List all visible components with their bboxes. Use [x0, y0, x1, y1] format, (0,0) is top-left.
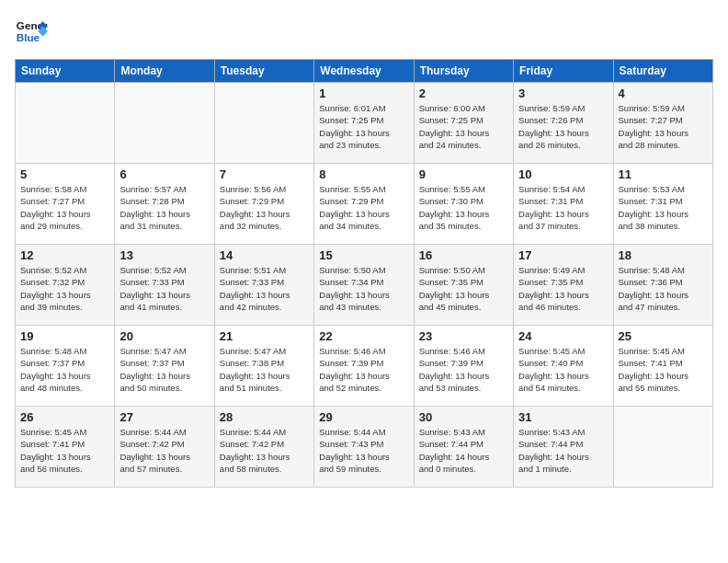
day-number: 13	[119, 248, 209, 262]
day-number: 2	[419, 86, 508, 100]
day-number: 18	[619, 248, 708, 262]
day-number: 4	[619, 86, 708, 100]
weekday-header-thursday: Thursday	[414, 60, 513, 83]
day-cell: 31Sunrise: 5:43 AMSunset: 7:44 PMDayligh…	[514, 407, 613, 488]
day-number: 14	[220, 248, 309, 262]
day-info: Sunrise: 5:49 AMSunset: 7:35 PMDaylight:…	[518, 264, 608, 313]
day-number: 16	[419, 248, 508, 262]
day-info: Sunrise: 5:46 AMSunset: 7:39 PMDaylight:…	[319, 345, 408, 394]
svg-text:Blue: Blue	[17, 31, 40, 43]
weekday-header-wednesday: Wednesday	[314, 60, 414, 83]
day-info: Sunrise: 5:47 AMSunset: 7:38 PMDaylight:…	[220, 345, 309, 394]
day-info: Sunrise: 5:48 AMSunset: 7:36 PMDaylight:…	[619, 264, 708, 313]
week-row-4: 19Sunrise: 5:48 AMSunset: 7:37 PMDayligh…	[16, 326, 713, 407]
day-info: Sunrise: 5:59 AMSunset: 7:27 PMDaylight:…	[619, 102, 708, 151]
day-info: Sunrise: 6:00 AMSunset: 7:25 PMDaylight:…	[419, 102, 508, 151]
day-info: Sunrise: 5:45 AMSunset: 7:40 PMDaylight:…	[518, 345, 608, 394]
day-cell: 2Sunrise: 6:00 AMSunset: 7:25 PMDaylight…	[414, 83, 513, 164]
day-number: 17	[518, 248, 608, 262]
week-row-1: 1Sunrise: 6:01 AMSunset: 7:25 PMDaylight…	[16, 83, 713, 164]
day-info: Sunrise: 5:59 AMSunset: 7:26 PMDaylight:…	[518, 102, 608, 151]
day-info: Sunrise: 5:43 AMSunset: 7:44 PMDaylight:…	[518, 426, 608, 475]
day-number: 20	[119, 329, 209, 343]
logo-icon: General Blue	[15, 15, 48, 48]
day-cell	[16, 83, 115, 164]
day-cell: 17Sunrise: 5:49 AMSunset: 7:35 PMDayligh…	[514, 245, 613, 326]
day-number: 31	[518, 410, 608, 424]
day-cell: 1Sunrise: 6:01 AMSunset: 7:25 PMDaylight…	[314, 83, 414, 164]
day-number: 30	[419, 410, 508, 424]
week-row-5: 26Sunrise: 5:45 AMSunset: 7:41 PMDayligh…	[16, 407, 713, 488]
day-info: Sunrise: 5:52 AMSunset: 7:33 PMDaylight:…	[119, 264, 209, 313]
day-cell: 13Sunrise: 5:52 AMSunset: 7:33 PMDayligh…	[115, 245, 214, 326]
day-info: Sunrise: 5:58 AMSunset: 7:27 PMDaylight:…	[20, 183, 109, 232]
day-info: Sunrise: 5:57 AMSunset: 7:28 PMDaylight:…	[119, 183, 209, 232]
day-cell: 9Sunrise: 5:55 AMSunset: 7:30 PMDaylight…	[414, 164, 513, 245]
day-info: Sunrise: 5:55 AMSunset: 7:29 PMDaylight:…	[319, 183, 408, 232]
day-info: Sunrise: 5:54 AMSunset: 7:31 PMDaylight:…	[518, 183, 608, 232]
day-info: Sunrise: 5:43 AMSunset: 7:44 PMDaylight:…	[419, 426, 508, 475]
day-info: Sunrise: 5:46 AMSunset: 7:39 PMDaylight:…	[419, 345, 508, 394]
day-info: Sunrise: 5:44 AMSunset: 7:42 PMDaylight:…	[220, 426, 309, 475]
day-cell: 4Sunrise: 5:59 AMSunset: 7:27 PMDaylight…	[613, 83, 712, 164]
day-info: Sunrise: 5:50 AMSunset: 7:34 PMDaylight:…	[319, 264, 408, 313]
week-row-3: 12Sunrise: 5:52 AMSunset: 7:32 PMDayligh…	[16, 245, 713, 326]
day-number: 7	[220, 167, 309, 181]
day-cell	[613, 407, 712, 488]
day-number: 25	[619, 329, 708, 343]
day-number: 23	[419, 329, 508, 343]
day-info: Sunrise: 6:01 AMSunset: 7:25 PMDaylight:…	[319, 102, 408, 151]
day-cell	[214, 83, 313, 164]
day-number: 1	[319, 86, 408, 100]
day-cell: 8Sunrise: 5:55 AMSunset: 7:29 PMDaylight…	[314, 164, 414, 245]
week-row-2: 5Sunrise: 5:58 AMSunset: 7:27 PMDaylight…	[16, 164, 713, 245]
weekday-header-monday: Monday	[115, 60, 214, 83]
day-info: Sunrise: 5:44 AMSunset: 7:43 PMDaylight:…	[319, 426, 408, 475]
day-number: 9	[419, 167, 508, 181]
day-cell: 19Sunrise: 5:48 AMSunset: 7:37 PMDayligh…	[16, 326, 115, 407]
day-info: Sunrise: 5:45 AMSunset: 7:41 PMDaylight:…	[619, 345, 708, 394]
weekday-header-saturday: Saturday	[613, 60, 712, 83]
day-number: 24	[518, 329, 608, 343]
day-number: 5	[20, 167, 109, 181]
day-number: 8	[319, 167, 408, 181]
day-number: 22	[319, 329, 408, 343]
day-cell: 24Sunrise: 5:45 AMSunset: 7:40 PMDayligh…	[514, 326, 613, 407]
day-number: 26	[20, 410, 109, 424]
day-cell: 20Sunrise: 5:47 AMSunset: 7:37 PMDayligh…	[115, 326, 214, 407]
day-number: 10	[518, 167, 608, 181]
day-cell: 22Sunrise: 5:46 AMSunset: 7:39 PMDayligh…	[314, 326, 414, 407]
day-info: Sunrise: 5:45 AMSunset: 7:41 PMDaylight:…	[20, 426, 109, 475]
weekday-header-row: SundayMondayTuesdayWednesdayThursdayFrid…	[16, 60, 713, 83]
weekday-header-sunday: Sunday	[16, 60, 115, 83]
day-cell	[115, 83, 214, 164]
day-cell: 30Sunrise: 5:43 AMSunset: 7:44 PMDayligh…	[414, 407, 513, 488]
day-cell: 18Sunrise: 5:48 AMSunset: 7:36 PMDayligh…	[613, 245, 712, 326]
page-header: General Blue	[15, 15, 713, 48]
day-info: Sunrise: 5:51 AMSunset: 7:33 PMDaylight:…	[220, 264, 309, 313]
day-cell: 16Sunrise: 5:50 AMSunset: 7:35 PMDayligh…	[414, 245, 513, 326]
day-cell: 11Sunrise: 5:53 AMSunset: 7:31 PMDayligh…	[613, 164, 712, 245]
day-cell: 25Sunrise: 5:45 AMSunset: 7:41 PMDayligh…	[613, 326, 712, 407]
logo: General Blue	[15, 15, 48, 48]
day-number: 15	[319, 248, 408, 262]
day-cell: 15Sunrise: 5:50 AMSunset: 7:34 PMDayligh…	[314, 245, 414, 326]
weekday-header-friday: Friday	[514, 60, 613, 83]
day-cell: 14Sunrise: 5:51 AMSunset: 7:33 PMDayligh…	[214, 245, 313, 326]
day-cell: 12Sunrise: 5:52 AMSunset: 7:32 PMDayligh…	[16, 245, 115, 326]
day-info: Sunrise: 5:50 AMSunset: 7:35 PMDaylight:…	[419, 264, 508, 313]
day-number: 27	[119, 410, 209, 424]
day-cell: 29Sunrise: 5:44 AMSunset: 7:43 PMDayligh…	[314, 407, 414, 488]
day-cell: 23Sunrise: 5:46 AMSunset: 7:39 PMDayligh…	[414, 326, 513, 407]
day-number: 28	[220, 410, 309, 424]
day-info: Sunrise: 5:47 AMSunset: 7:37 PMDaylight:…	[119, 345, 209, 394]
day-number: 12	[20, 248, 109, 262]
day-number: 3	[518, 86, 608, 100]
day-number: 29	[319, 410, 408, 424]
day-info: Sunrise: 5:55 AMSunset: 7:30 PMDaylight:…	[419, 183, 508, 232]
day-cell: 5Sunrise: 5:58 AMSunset: 7:27 PMDaylight…	[16, 164, 115, 245]
day-number: 19	[20, 329, 109, 343]
day-info: Sunrise: 5:53 AMSunset: 7:31 PMDaylight:…	[619, 183, 708, 232]
calendar-table: SundayMondayTuesdayWednesdayThursdayFrid…	[15, 59, 713, 488]
day-cell: 7Sunrise: 5:56 AMSunset: 7:29 PMDaylight…	[214, 164, 313, 245]
